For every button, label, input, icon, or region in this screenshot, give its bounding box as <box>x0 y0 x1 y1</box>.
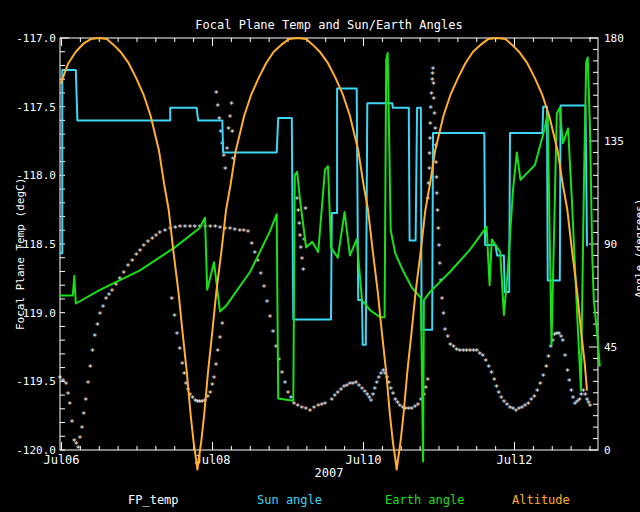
y-right-tick-label: 180 <box>604 32 624 45</box>
right-axis-title: Angle (degrees) <box>633 199 640 298</box>
fp-temp-point: * <box>279 369 284 379</box>
fp-temp-point: * <box>75 444 80 454</box>
fp-temp-point: * <box>220 320 225 330</box>
fp-temp-point: * <box>270 328 275 338</box>
fp-temp-point: * <box>436 242 441 252</box>
fp-temp-point: * <box>213 361 218 371</box>
plot-title: Focal Plane Temp and Sun/Earth Angles <box>60 18 598 32</box>
fp-temp-point: * <box>264 298 269 308</box>
fp-temp-point: * <box>560 337 565 347</box>
fp-temp-point: * <box>211 374 216 384</box>
y-left-tick-label: -119.5 <box>16 375 56 388</box>
x-axis-year-label: 2007 <box>60 466 598 480</box>
fp-temp-point: * <box>295 207 300 217</box>
fp-temp-point: * <box>229 128 234 138</box>
y-right-tick-label: 90 <box>604 238 617 251</box>
fp-temp-point: * <box>543 363 548 373</box>
fp-temp-point: * <box>267 313 272 323</box>
fp-temp-point: * <box>435 207 440 217</box>
x-tick-label: Jul12 <box>496 453 532 467</box>
fp-temp-point: * <box>425 376 430 386</box>
fp-temp-point: * <box>437 260 442 270</box>
legend-item-fp-temp: FP_temp <box>128 493 179 507</box>
fp-temp-point: * <box>67 400 72 410</box>
fp-temp-point: * <box>79 424 84 434</box>
fp-temp-point: * <box>217 334 222 344</box>
fp-temp-point: * <box>434 174 439 184</box>
fp-temp-point: * <box>431 95 436 105</box>
fp-temp-point: * <box>282 379 287 389</box>
fp-temp-point: * <box>434 190 439 200</box>
fp-temp-point: * <box>245 228 250 238</box>
fp-temp-point: * <box>431 80 436 90</box>
fp-temp-point: * <box>215 102 220 112</box>
fp-temp-point: * <box>227 113 232 123</box>
plot-canvas: Jul06Jul08Jul10Jul12-117.0-117.5-118.0-1… <box>0 0 640 512</box>
fp-temp-point: * <box>303 205 308 215</box>
y-left-tick-label: -117.0 <box>16 32 56 45</box>
fp-temp-point: * <box>85 379 90 389</box>
fp-temp-point: * <box>441 310 446 320</box>
fp-temp-point: * <box>567 377 572 387</box>
fp-temp-point: * <box>258 270 263 280</box>
fp-temp-point: * <box>169 295 174 305</box>
fp-temp-point: * <box>427 150 432 160</box>
y-right-tick-label: 135 <box>604 135 624 148</box>
fp-temp-point: * <box>177 345 182 355</box>
fp-temp-point: * <box>430 65 435 75</box>
fp-temp-point: * <box>215 347 220 357</box>
fp-temp-point: * <box>81 410 86 420</box>
fp-temp-point: * <box>436 225 441 235</box>
fp-temp-point: * <box>298 244 303 254</box>
legend-item-earth-angle: Earth angle <box>385 493 464 507</box>
fp-temp-point: * <box>172 312 177 322</box>
fp-temp-point: * <box>322 400 327 410</box>
fp-temp-point: * <box>180 360 185 370</box>
fp-temp-point: * <box>77 434 82 444</box>
plot-window: Jul06Jul08Jul10Jul12-117.0-117.5-118.0-1… <box>0 0 640 512</box>
fp-temp-point: * <box>546 353 551 363</box>
fp-temp-point: * <box>174 330 179 340</box>
fp-temp-point: * <box>229 100 234 110</box>
fp-temp-point: * <box>65 390 70 400</box>
fp-temp-point: * <box>562 352 567 362</box>
y-right-tick-label: 45 <box>604 341 617 354</box>
sun-angle-curve <box>60 70 587 345</box>
fp-temp-point: * <box>261 283 266 293</box>
fp-temp-point: * <box>63 380 68 390</box>
y-right-tick-label: 0 <box>604 444 611 457</box>
legend-item-altitude: Altitude <box>512 493 570 507</box>
fp-temp-point: * <box>224 145 229 155</box>
y-left-tick-label: -120.0 <box>16 444 56 457</box>
fp-temp-point: * <box>95 321 100 331</box>
fp-temp-point: * <box>439 295 444 305</box>
fp-temp-point: * <box>565 367 570 377</box>
fp-temp-point: * <box>69 418 74 428</box>
fp-temp-point: * <box>223 165 228 175</box>
fp-temp-point: * <box>214 89 219 99</box>
x-tick-label: Jul10 <box>345 453 381 467</box>
fp-temp-point: * <box>427 135 432 145</box>
legend-item-sun-angle: Sun angle <box>257 493 322 507</box>
fp-temp-point: * <box>297 220 302 230</box>
fp-temp-point: * <box>540 372 545 382</box>
fp-temp-point: * <box>587 402 592 412</box>
fp-temp-point: * <box>90 347 95 357</box>
plot-legend: FP_tempSun angleEarth angleAltitude <box>0 493 640 509</box>
fp-temp-point: * <box>83 396 88 406</box>
fp-temp-point: * <box>87 363 92 373</box>
fp-temp-point: * <box>432 110 437 120</box>
fp-temp-point: * <box>92 332 97 342</box>
fp-temp-point: * <box>300 266 305 276</box>
y-left-tick-label: -117.5 <box>16 101 56 114</box>
fp-temp-point: * <box>299 255 304 265</box>
left-axis-title: Focal Plane Temp (degC) <box>14 178 27 330</box>
fp-temp-point: * <box>537 380 542 390</box>
